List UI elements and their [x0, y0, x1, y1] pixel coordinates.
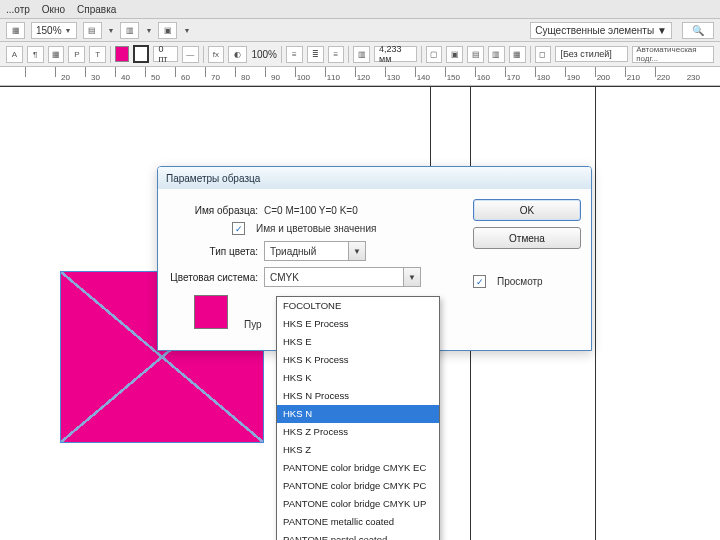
name-label: Имя образца:	[168, 205, 258, 216]
dropdown-item[interactable]: HKS E Process	[277, 315, 439, 333]
arrange-icon[interactable]: ▣	[158, 22, 177, 39]
color-preview-swatch	[194, 295, 228, 329]
preview-checkbox[interactable]: ✓	[473, 275, 486, 288]
view-options-icon[interactable]: ▤	[83, 22, 102, 39]
control-panel: A ¶ ▦ P T 0 пт ― fx ◐100% ≡ ≣ ≡ ▥ 4,233 …	[0, 42, 720, 67]
search-icon[interactable]: 🔍	[682, 22, 714, 39]
horizontal-ruler: 2030405060708090100110120130140150160170…	[0, 67, 720, 86]
stroke-swatch[interactable]	[133, 45, 149, 63]
grid-icon[interactable]: ▦	[48, 46, 65, 63]
dropdown-item[interactable]: PANTONE color bridge CMYK UP	[277, 495, 439, 513]
color-system-label: Цветовая система:	[168, 272, 258, 283]
dropdown-item[interactable]: PANTONE pastel coated	[277, 531, 439, 540]
opacity-field[interactable]: ◐100%	[228, 46, 277, 63]
line-style-icon[interactable]: ―	[182, 46, 199, 63]
ok-button[interactable]: OK	[473, 199, 581, 221]
dropdown-item[interactable]: PANTONE metallic coated	[277, 513, 439, 531]
wrap3-icon[interactable]: ▤	[467, 46, 484, 63]
columns-icon[interactable]: ▥	[353, 46, 370, 63]
zoom-dropdown[interactable]: 150%▼	[31, 22, 77, 39]
toolbar-top: ▦ 150%▼ ▤▼ ▥▼ ▣▼ Существенные элементы▼ …	[0, 19, 720, 42]
preview-label: Просмотр	[497, 276, 543, 287]
dropdown-item[interactable]: HKS N Process	[277, 387, 439, 405]
wrap5-icon[interactable]: ▦	[509, 46, 526, 63]
dropdown-item[interactable]: HKS N	[277, 405, 439, 423]
char-panel-icon[interactable]: P	[68, 46, 85, 63]
color-type-select[interactable]: Триадный▼	[264, 241, 366, 261]
page-edge	[595, 86, 596, 540]
dropdown-item[interactable]: PANTONE color bridge CMYK EC	[277, 459, 439, 477]
paragraph-formatting-icon[interactable]: ¶	[27, 46, 44, 63]
name-with-values-label: Имя и цветовые значения	[256, 223, 376, 234]
autofit-btn[interactable]: Автоматическая подг...	[632, 46, 714, 63]
dropdown-item[interactable]: HKS Z Process	[277, 423, 439, 441]
cancel-button[interactable]: Отмена	[473, 227, 581, 249]
canvas[interactable]: Параметры образца Имя образца: C=0 M=100…	[0, 86, 720, 540]
name-value: C=0 M=100 Y=0 K=0	[264, 205, 358, 216]
menu-item[interactable]: Окно	[42, 4, 65, 15]
wrap2-icon[interactable]: ▣	[446, 46, 463, 63]
fill-swatch[interactable]	[115, 46, 129, 62]
chevron-down-icon: ▼	[403, 268, 420, 286]
dropdown-item[interactable]: FOCOLTONE	[277, 297, 439, 315]
dropdown-item[interactable]: PANTONE color bridge CMYK PC	[277, 477, 439, 495]
workspace-dropdown[interactable]: Существенные элементы▼	[530, 22, 672, 39]
wrap4-icon[interactable]: ▥	[488, 46, 505, 63]
dropdown-item[interactable]: HKS Z	[277, 441, 439, 459]
color-system-dropdown[interactable]: FOCOLTONEHKS E ProcessHKS EHKS K Process…	[276, 296, 440, 540]
menubar: ...отр Окно Справка	[0, 0, 720, 19]
dropdown-item[interactable]: HKS K Process	[277, 351, 439, 369]
menu-item[interactable]: Справка	[77, 4, 116, 15]
dialog-title[interactable]: Параметры образца	[158, 167, 591, 189]
stroke-weight[interactable]: 0 пт	[153, 46, 177, 62]
color-system-select[interactable]: CMYK▼	[264, 267, 421, 287]
spacing-field[interactable]: 4,233 мм	[374, 46, 417, 62]
ruler-label: 230	[610, 73, 700, 82]
align-left-icon[interactable]: ≡	[286, 46, 303, 63]
dropdown-item[interactable]: HKS K	[277, 369, 439, 387]
style-dropdown[interactable]: [Без стилей]	[555, 46, 628, 62]
guide-line	[0, 86, 720, 87]
color-type-label: Тип цвета:	[168, 246, 258, 257]
text-icon[interactable]: T	[89, 46, 106, 63]
hue-label-fragment: Пур	[244, 319, 262, 330]
character-formatting-icon[interactable]: A	[6, 46, 23, 63]
screen-mode-icon[interactable]: ▥	[120, 22, 139, 39]
wrap1-icon[interactable]: ▢	[426, 46, 443, 63]
bridge-icon[interactable]: ▦	[6, 22, 25, 39]
align-center-icon[interactable]: ≣	[307, 46, 324, 63]
corner-icon[interactable]: ◻	[535, 46, 552, 63]
fx-icon[interactable]: fx	[208, 46, 225, 63]
dropdown-item[interactable]: HKS E	[277, 333, 439, 351]
align-right-icon[interactable]: ≡	[328, 46, 345, 63]
menu-item[interactable]: ...отр	[6, 4, 30, 15]
name-with-values-checkbox[interactable]: ✓	[232, 222, 245, 235]
chevron-down-icon: ▼	[348, 242, 365, 260]
